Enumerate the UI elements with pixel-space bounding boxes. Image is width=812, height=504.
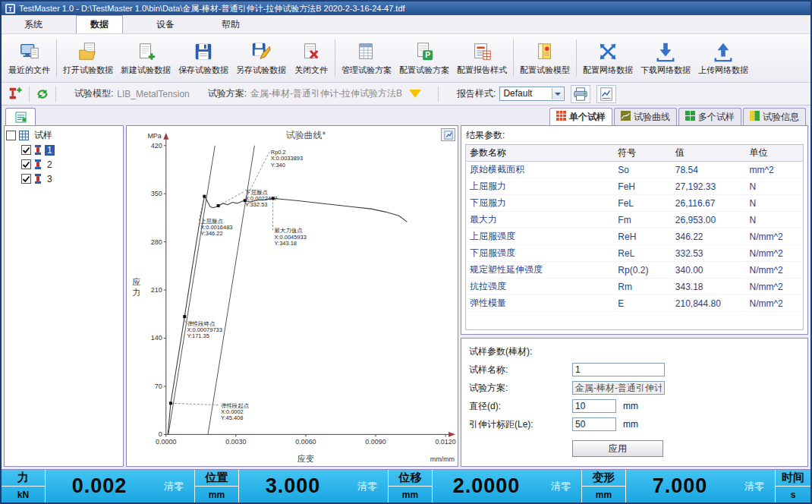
table-cell: 原始横截面积 [466,162,614,178]
recent-files-icon [19,41,40,62]
test-model-label: 试验模型: [74,87,113,100]
menu-item-2[interactable]: 设备 [143,16,188,33]
single-specimen-icon [556,111,566,123]
tab-multi-specimen[interactable]: 多个试样 [678,108,741,125]
config-plan-button[interactable]: P配置试验方案 [395,36,453,80]
refresh-button[interactable] [36,87,49,101]
upload-network-button[interactable]: 上传网络数据 [694,36,752,80]
tab-test-info[interactable]: 试验信息 [743,108,806,125]
test-model-button[interactable]: 配置试验模型 [516,36,574,80]
tree-item[interactable]: 2 [6,157,121,172]
report-preview-button[interactable] [596,85,616,103]
readout-name: 时间 [776,470,810,487]
manage-plan-icon [356,41,377,62]
toolbar-button-label: 配置试验模型 [520,65,570,76]
svg-text:T: T [8,5,12,13]
specimen-name-input[interactable] [572,363,665,376]
toolbar-separator [335,39,335,77]
readout-value: 0.002 [46,470,153,502]
table-row[interactable]: 下屈服强度ReL332.53N/mm^2 [466,245,803,262]
app-icon: T [5,4,15,14]
recent-files-button[interactable]: 最近的文件 [5,36,54,80]
chart-popout-icon [444,131,453,140]
apply-button[interactable]: 应用 [572,440,663,457]
readout-value: 7.000 [626,470,734,502]
toolbar-separator [438,87,439,102]
save-as-file-icon [250,41,272,62]
table-row[interactable]: 规定塑性延伸强度Rp(0.2)340.00N/mm^2 [466,262,803,279]
table-row[interactable]: 最大力Fm26,953.00N [466,212,803,228]
zero-button[interactable]: 清零 [734,470,775,502]
panels: 试样123 0701402102803504200.00000.00300.00… [2,125,810,469]
save-as-file-button[interactable]: 另存试验数据 [232,36,290,80]
checkbox-icon[interactable] [21,145,31,155]
plan-dropdown-icon[interactable] [409,90,421,98]
test-plan-input[interactable] [572,381,665,395]
zero-button[interactable]: 清零 [540,470,581,502]
menu-item-0[interactable]: 系统 [11,16,56,33]
table-row[interactable]: 原始横截面积So78.54mm^2 [466,162,803,178]
checkbox-icon[interactable] [21,174,31,184]
tree-item-label: 1 [45,145,55,156]
refresh-icon [36,87,49,101]
download-network-button[interactable]: 下载网络数据 [637,36,694,80]
toolbar-button-label: 保存试验数据 [178,65,228,76]
new-file-button[interactable]: 新建试验数据 [117,36,175,80]
column-header[interactable]: 值 [672,145,746,162]
svg-text:Y:346.22: Y:346.22 [200,230,222,237]
chart-popout-button[interactable] [441,128,455,141]
table-cell: 26,953.00 [672,212,746,228]
table-row[interactable]: 抗拉强度Rm343.18N/mm^2 [466,279,803,295]
svg-text:0.0030: 0.0030 [225,438,246,446]
network-config-icon [597,41,618,62]
specimen-tree: 试样123 [4,125,124,467]
zero-button[interactable]: 清零 [347,470,388,502]
checkbox-icon[interactable] [6,131,16,140]
column-header[interactable]: 单位 [746,145,804,162]
report-style-icon [471,41,493,62]
specimen-icon [34,159,42,169]
checkbox-icon[interactable] [21,159,31,169]
diameter-input[interactable] [572,399,616,413]
column-header[interactable]: 符号 [614,145,671,162]
table-row[interactable]: 下屈服力FeL26,116.67N [466,195,803,212]
bottom-bar: 力kN0.002清零位置mm3.000清零位移mm2.0000清零变形mm7.0… [2,469,810,502]
zero-button[interactable]: 清零 [153,470,194,502]
add-specimen-button[interactable] [8,87,23,102]
table-row[interactable]: 上屈服强度ReH346.22N/mm^2 [466,228,803,245]
chevron-down-icon[interactable] [552,88,563,99]
tab-specimen-list[interactable] [5,108,36,125]
tree-item[interactable]: 1 [6,143,121,157]
specimen-name-label: 试样名称: [469,364,572,376]
svg-text:210: 210 [151,286,162,294]
network-config-button[interactable]: 配置网络数据 [579,36,637,80]
menu-item-1[interactable]: 数据 [76,15,123,33]
readout-position: 位置mm3.000清零 [195,470,389,502]
specimen-group-icon [19,131,29,140]
gauge-length-input[interactable] [572,417,616,431]
tree-item[interactable]: 3 [6,172,121,186]
menu-item-3[interactable]: 帮助 [208,16,253,33]
tab-single-specimen[interactable]: 单个试样 [549,108,612,125]
report-style-select[interactable]: Default [499,87,565,101]
open-file-icon [77,41,99,62]
save-file-button[interactable]: 保存试验数据 [175,36,232,80]
readout-time: 时间s [776,470,810,502]
manage-plan-button[interactable]: 管理试验方案 [338,36,395,80]
report-style-button[interactable]: 配置报告样式 [453,36,511,80]
open-file-button[interactable]: 打开试验数据 [59,36,117,80]
form-row: 引伸计标距(Le):mm [469,415,800,433]
svg-text:MPa: MPa [147,132,161,140]
table-row[interactable]: 上屈服力FeH27,192.33N [466,178,803,195]
tree-root-row[interactable]: 试样 [6,128,121,143]
print-button[interactable] [571,85,590,103]
tab-strip: 单个试样试验曲线多个试样试验信息 [2,106,810,125]
specimen-icon [34,145,42,155]
table-cell: 下屈服强度 [466,245,614,262]
table-row[interactable]: 弹性模量E210,844.80N/mm^2 [466,295,803,312]
tab-label: 试验信息 [763,111,799,124]
close-file-button[interactable]: 关闭文件 [290,36,332,80]
svg-text:应变: 应变 [297,454,314,463]
tab-test-curve[interactable]: 试验曲线 [614,108,677,125]
column-header[interactable]: 参数名称 [466,145,614,162]
